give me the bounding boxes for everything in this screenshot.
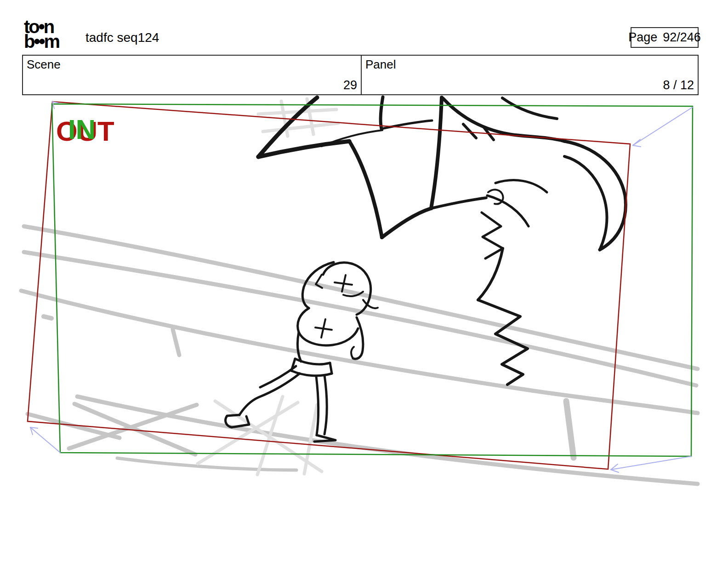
storyboard-page: to•n b••m tadfc seq124 Page 92/246 Scene… <box>0 0 728 563</box>
panel-artwork: OUT IN <box>0 0 728 563</box>
camera-move-arrows <box>30 102 693 472</box>
in-label: IN <box>68 114 96 145</box>
camera-frame-in <box>52 104 693 456</box>
perspective-guides <box>21 226 698 484</box>
sketch-drawing <box>226 97 626 442</box>
